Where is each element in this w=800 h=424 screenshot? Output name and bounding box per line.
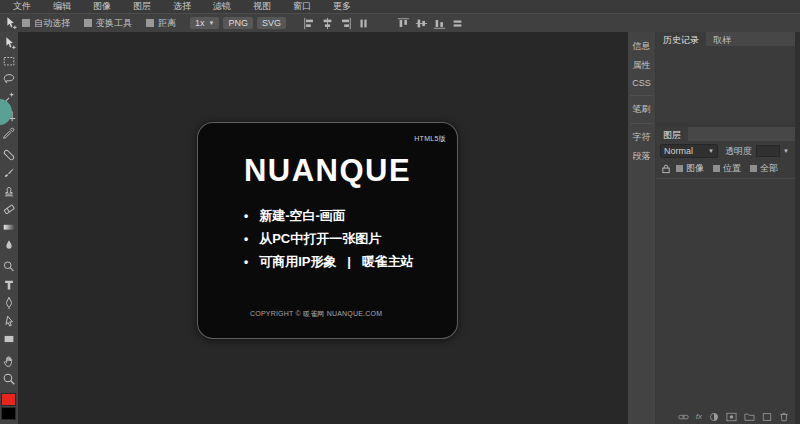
checkbox-icon[interactable] bbox=[22, 19, 30, 27]
link-icon[interactable] bbox=[678, 412, 689, 422]
tool-options-bar: 自动选择 变换工具 距离 1x ▼ PNG SVG bbox=[0, 13, 800, 32]
auto-select-checkbox[interactable]: 自动选择 bbox=[22, 17, 70, 30]
export-png-button[interactable]: PNG bbox=[223, 17, 253, 29]
sidebar-item-brush[interactable]: 笔刷 bbox=[628, 100, 655, 119]
clone-stamp-tool[interactable] bbox=[1, 183, 17, 199]
checkbox-icon[interactable] bbox=[750, 165, 757, 172]
distances-label: 距离 bbox=[158, 17, 176, 30]
tab-history[interactable]: 历史记录 bbox=[656, 32, 706, 46]
sidebar-item-css[interactable]: CSS bbox=[628, 75, 655, 91]
menu-edit[interactable]: 编辑 bbox=[42, 0, 82, 13]
folder-icon[interactable] bbox=[744, 412, 755, 422]
menu-select[interactable]: 选择 bbox=[162, 0, 202, 13]
menu-bar: 文件 编辑 图像 图层 选择 滤镜 视图 窗口 更多 bbox=[0, 0, 800, 13]
pen-tool[interactable] bbox=[1, 295, 17, 311]
transform-controls-label: 变换工具 bbox=[96, 17, 132, 30]
menu-more[interactable]: 更多 bbox=[322, 0, 362, 13]
brush-tool[interactable] bbox=[1, 165, 17, 181]
lock-icon[interactable] bbox=[661, 164, 671, 174]
menu-layer[interactable]: 图层 bbox=[122, 0, 162, 13]
lock-position-checkbox[interactable]: 位置 bbox=[713, 162, 741, 175]
collapsed-panel-strip: 信息 属性 CSS 笔刷 字符 段落 bbox=[628, 32, 655, 424]
copyright-text: COPYRIGHT © 暖雀网 NUANQUE.COM bbox=[250, 309, 382, 319]
eyedropper-tool[interactable] bbox=[1, 125, 17, 141]
new-layer-icon[interactable] bbox=[762, 412, 772, 422]
checkbox-icon[interactable] bbox=[713, 165, 720, 172]
align-right-icon[interactable] bbox=[338, 16, 353, 31]
lock-image-label: 图像 bbox=[686, 162, 704, 175]
divider bbox=[630, 123, 653, 124]
bullet-icon: • bbox=[244, 232, 248, 246]
dodge-tool[interactable] bbox=[1, 259, 17, 275]
checkbox-icon[interactable] bbox=[146, 19, 154, 27]
opacity-input[interactable] bbox=[756, 145, 780, 157]
blend-mode-row: Normal ▼ 透明度 ▼ bbox=[656, 141, 795, 160]
tab-layers[interactable]: 图层 bbox=[656, 127, 688, 141]
color-swatches bbox=[1, 393, 17, 420]
checkbox-icon[interactable] bbox=[676, 165, 683, 172]
history-panel-body[interactable] bbox=[656, 46, 795, 122]
list-item: • 可商用IP形象 | 暖雀主站 bbox=[244, 253, 414, 276]
mask-icon[interactable] bbox=[726, 412, 737, 422]
path-select-tool[interactable] bbox=[1, 313, 17, 329]
align-bottom-icon[interactable] bbox=[432, 16, 447, 31]
list-item: • 新建-空白-画面 bbox=[244, 207, 414, 230]
effects-icon[interactable]: fx bbox=[696, 412, 702, 422]
menu-file[interactable]: 文件 bbox=[2, 0, 42, 13]
sidebar-item-character[interactable]: 字符 bbox=[628, 128, 655, 147]
zoom-tool[interactable] bbox=[1, 371, 17, 387]
blend-mode-value: Normal bbox=[664, 146, 693, 156]
menu-view[interactable]: 视图 bbox=[242, 0, 282, 13]
bullet-icon: • bbox=[244, 209, 248, 223]
menu-filter[interactable]: 滤镜 bbox=[202, 0, 242, 13]
lock-image-checkbox[interactable]: 图像 bbox=[676, 162, 704, 175]
foreground-color-swatch[interactable] bbox=[1, 393, 16, 406]
background-color-swatch[interactable] bbox=[1, 407, 16, 420]
marquee-tool[interactable] bbox=[1, 53, 17, 69]
lock-position-label: 位置 bbox=[723, 162, 741, 175]
tab-sample[interactable]: 取样 bbox=[706, 32, 738, 46]
card-bullet-list: • 新建-空白-画面 • 从PC中打开一张图片 • 可商用IP形象 | 暖雀主站 bbox=[244, 207, 414, 276]
canvas-workspace[interactable]: HTML5版 NUANQUE • 新建-空白-画面 • 从PC中打开一张图片 •… bbox=[18, 32, 628, 424]
menu-window[interactable]: 窗口 bbox=[282, 0, 322, 13]
adjustment-icon[interactable] bbox=[709, 412, 719, 422]
chevron-down-icon: ▼ bbox=[209, 20, 215, 26]
distribute-h-icon[interactable] bbox=[356, 16, 371, 31]
sidebar-item-info[interactable]: 信息 bbox=[628, 37, 655, 56]
eraser-tool[interactable] bbox=[1, 201, 17, 217]
distances-checkbox[interactable]: 距离 bbox=[146, 17, 176, 30]
export-svg-button[interactable]: SVG bbox=[257, 17, 286, 29]
move-tool[interactable] bbox=[1, 35, 17, 51]
blend-mode-select[interactable]: Normal ▼ bbox=[660, 144, 718, 158]
gradient-tool[interactable] bbox=[1, 219, 17, 235]
healing-tool[interactable] bbox=[1, 147, 17, 163]
transform-controls-checkbox[interactable]: 变换工具 bbox=[84, 17, 132, 30]
delete-icon[interactable] bbox=[779, 412, 789, 422]
checkbox-icon[interactable] bbox=[84, 19, 92, 27]
chevron-down-icon: ▼ bbox=[708, 148, 714, 154]
hand-tool[interactable] bbox=[1, 353, 17, 369]
start-screen-card: HTML5版 NUANQUE • 新建-空白-画面 • 从PC中打开一张图片 •… bbox=[197, 122, 458, 339]
align-left-icon[interactable] bbox=[302, 16, 317, 31]
layers-list[interactable] bbox=[656, 179, 795, 410]
lasso-tool[interactable] bbox=[1, 71, 17, 87]
right-panel-area: 信息 属性 CSS 笔刷 字符 段落 历史记录 取样 图层 Normal ▼ 透… bbox=[628, 32, 800, 424]
sidebar-item-properties[interactable]: 属性 bbox=[628, 56, 655, 75]
type-tool[interactable] bbox=[1, 277, 17, 293]
lock-row: 图像 位置 全部 bbox=[656, 160, 795, 179]
bullet-icon: • bbox=[244, 255, 248, 269]
menu-image[interactable]: 图像 bbox=[82, 0, 122, 13]
chevron-down-icon[interactable]: ▼ bbox=[783, 148, 789, 154]
align-buttons bbox=[302, 16, 468, 31]
align-top-icon[interactable] bbox=[396, 16, 411, 31]
auto-select-label: 自动选择 bbox=[34, 17, 70, 30]
lock-all-checkbox[interactable]: 全部 bbox=[750, 162, 778, 175]
align-middle-icon[interactable] bbox=[414, 16, 429, 31]
blur-tool[interactable] bbox=[1, 237, 17, 253]
align-center-h-icon[interactable] bbox=[320, 16, 335, 31]
shape-tool[interactable] bbox=[1, 331, 17, 347]
panel-column: 历史记录 取样 图层 Normal ▼ 透明度 ▼ bbox=[656, 32, 795, 424]
sidebar-item-paragraph[interactable]: 段落 bbox=[628, 147, 655, 166]
export-scale-select[interactable]: 1x ▼ bbox=[190, 17, 219, 29]
distribute-v-icon[interactable] bbox=[450, 16, 465, 31]
